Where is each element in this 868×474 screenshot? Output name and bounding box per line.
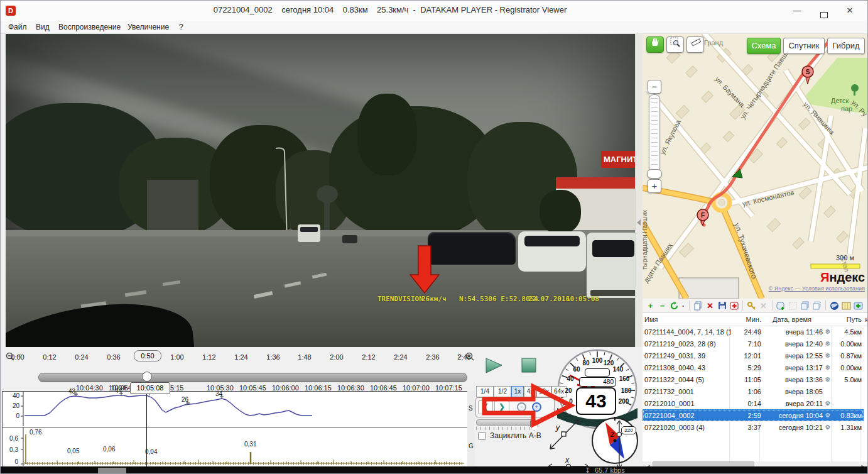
rate-quarter[interactable]: 1/4 — [476, 386, 494, 397]
loop-ab-checkbox[interactable] — [478, 432, 486, 440]
map-ruler-button[interactable] — [686, 36, 704, 53]
tick: 1:12 — [193, 353, 225, 361]
zoom-out-small-icon[interactable]: − — [517, 402, 526, 412]
map-mode-hybrid[interactable]: Гибрид — [827, 38, 865, 54]
table-row-selected[interactable]: 07221004_00022:59 сегодня 10:04⚙0.83км — [643, 409, 864, 421]
tick: 0:36 — [98, 353, 129, 361]
minimize-button[interactable]: — — [788, 4, 806, 17]
toolbar-menu-dot[interactable]: · — [681, 300, 686, 311]
tick: 1:36 — [258, 353, 289, 361]
peak-label: 0,06 — [103, 446, 115, 453]
map-pan-button[interactable] — [646, 36, 664, 53]
map-label-park-1: Детск — [831, 97, 849, 104]
remove-file-icon[interactable]: − — [657, 300, 668, 311]
map-panel[interactable]: S F Гранд ул. Баумана ул. Якупова ул. Че… — [643, 34, 868, 299]
rate-4x[interactable]: 4x — [524, 386, 536, 397]
building-left — [147, 180, 198, 235]
menu-help[interactable]: ? — [176, 22, 186, 32]
playhead-line — [146, 391, 147, 466]
clip-seek-track[interactable] — [476, 419, 537, 426]
map-label-pavshih-3: тырнадцати Павших — [643, 210, 648, 270]
menu-playback[interactable]: Воспроизведение — [56, 22, 123, 32]
add-file-icon[interactable]: + — [645, 300, 656, 311]
timeline-slider-thumb[interactable] — [142, 372, 152, 382]
timeline-slider[interactable] — [38, 373, 467, 382]
gps-gear-icon: ⚙ — [823, 412, 833, 419]
map-label-park-2: пар — [841, 105, 852, 113]
store-sign: МАГНИТ — [601, 151, 635, 168]
menu-zoom[interactable]: Увеличение — [125, 22, 171, 32]
table-row[interactable]: 07211219_0023, 28 (8)7:10 вчера 12:40⚙0.… — [643, 338, 864, 350]
tick: 2:36 — [417, 353, 448, 361]
empty-region-icon[interactable] — [788, 300, 798, 311]
repair-icon[interactable] — [729, 300, 739, 311]
file-toolbar: + − · ✕ ✕ — [643, 299, 868, 313]
col-path[interactable]: Путь — [833, 316, 862, 323]
map-view-icon[interactable] — [841, 300, 852, 311]
table-row[interactable]: 07212010_00010:14 вчера 20:11⚙ — [643, 397, 864, 409]
map-mode-satellite[interactable]: Спутник — [783, 38, 825, 54]
key-icon[interactable] — [746, 300, 757, 311]
scale-bar — [811, 264, 860, 268]
peak-label: 26 — [182, 396, 188, 403]
close-button[interactable]: ✕ — [840, 4, 859, 17]
rate-half[interactable]: 1/2 — [494, 386, 511, 397]
col-k[interactable]: к — [862, 316, 868, 323]
layers-select-icon[interactable] — [811, 300, 822, 311]
map-copyright[interactable]: © Яндекс — Условия использования — [643, 285, 865, 292]
maximize-icon — [820, 12, 828, 18]
rate-1x[interactable]: 1x — [511, 386, 524, 397]
hand-icon — [650, 37, 660, 47]
menu-view[interactable]: Вид — [33, 22, 52, 32]
map-zoom-out-button[interactable]: − — [648, 80, 661, 94]
gps-gear-icon: ⚙ — [823, 328, 833, 335]
table-row[interactable]: 07221020_0003 (4)3:37 сегодня 10:21⚙1.31… — [643, 421, 864, 433]
peak-label: 0,05 — [67, 448, 79, 455]
table-row[interactable]: 07211732_00011:06 вчера 18:05 — [643, 385, 864, 397]
peak-label: 44 — [115, 387, 122, 394]
map-zoom-select-button[interactable] — [666, 36, 684, 53]
map-zoom-thumb[interactable] — [647, 169, 662, 179]
map-canvas: S F — [643, 34, 868, 299]
table-row[interactable]: 07211308_0040, 435:29 вчера 13:17⚙0.00км — [643, 361, 864, 373]
copy-icon[interactable] — [693, 300, 703, 311]
video-viewport[interactable]: МАГНИТ TRENDVISION 26км/ч N:54.5306 E:52… — [6, 34, 635, 347]
col-name[interactable]: Имя — [643, 316, 731, 323]
layers-icon[interactable] — [800, 300, 810, 311]
window-title: 07221004_0002 сегодня 10:04 0.83км 25.3к… — [1, 5, 779, 14]
svg-text:F: F — [701, 212, 705, 219]
globe-icon[interactable] — [829, 300, 840, 311]
timeline-cursor-time: 10:05:08 — [130, 382, 170, 394]
rate-16x[interactable]: 16x — [536, 386, 551, 397]
peak-label: 0,31 — [244, 441, 256, 448]
add-region-icon[interactable] — [776, 300, 786, 311]
step-back-button[interactable]: ❮ — [478, 400, 493, 414]
delete-icon[interactable]: ✕ — [705, 300, 715, 311]
titlebar: D 07221004_0002 сегодня 10:04 0.83км 25.… — [1, 1, 868, 21]
map-mode-scheme[interactable]: Схема — [747, 38, 781, 54]
maximize-button[interactable] — [814, 4, 833, 17]
map-zoom-slider[interactable] — [649, 94, 660, 172]
refresh-icon[interactable] — [669, 300, 680, 311]
peak-label: 0,76 — [30, 429, 41, 436]
step-forward-button[interactable]: ❯ — [494, 400, 509, 414]
gsensor-graph — [2, 427, 468, 467]
table-row[interactable]: 07211322_0044 (5)11:05 вчера 13:36⚙5.0км — [643, 373, 864, 385]
table-row[interactable]: 07211249_0031, 3912:01 вчера 12:55⚙0.87к… — [643, 350, 864, 361]
col-date[interactable]: Дата, время — [761, 316, 823, 323]
bitrate-readout: 65.7 kbps — [595, 466, 625, 474]
zoom-in-small-icon[interactable]: + — [532, 402, 541, 412]
stop-icon — [522, 358, 536, 372]
menu-file[interactable]: Файл — [6, 22, 30, 32]
tick: 2:12 — [353, 353, 384, 361]
map-zoom-in-button[interactable]: + — [648, 179, 661, 193]
col-min[interactable]: Мин. — [731, 316, 761, 323]
taskbar-thumb[interactable] — [98, 468, 126, 473]
gps-gear-icon: ⚙ — [823, 376, 833, 383]
save-icon[interactable] — [717, 300, 727, 311]
add-map-icon[interactable] — [853, 300, 864, 311]
clear-key-icon[interactable]: ✕ — [758, 300, 769, 311]
table-row[interactable]: 07211144_0004, 7, 14, 18 (19)24:49 вчера… — [643, 326, 864, 338]
gauge-trip-box: 480 — [579, 377, 616, 387]
file-table-header: Имя Мин. Дата, время Путь к — [643, 313, 868, 326]
